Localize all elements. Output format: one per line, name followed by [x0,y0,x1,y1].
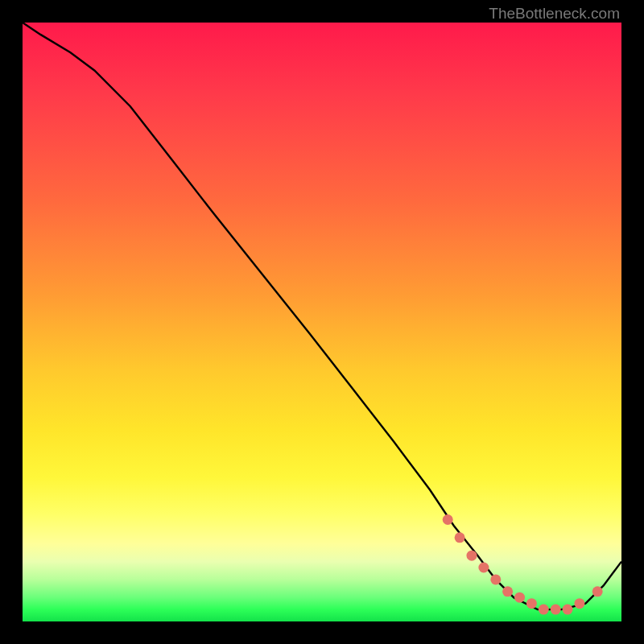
marker-group [443,514,603,615]
attribution-text: TheBottleneck.com [489,5,620,23]
marker-dot [563,605,573,615]
chart-frame: TheBottleneck.com [0,0,644,644]
marker-dot [551,605,561,615]
curve-line [23,23,621,609]
marker-dot [592,586,603,597]
plot-area [23,23,621,621]
marker-dot [502,586,513,597]
marker-dot [526,598,537,609]
chart-svg [23,23,621,621]
marker-dot [490,574,501,584]
marker-dot [455,532,465,543]
marker-dot [478,563,489,573]
marker-dot [539,605,549,615]
marker-dot [467,551,477,561]
marker-dot [514,592,525,603]
marker-dot [574,598,584,609]
marker-dot [443,514,453,525]
